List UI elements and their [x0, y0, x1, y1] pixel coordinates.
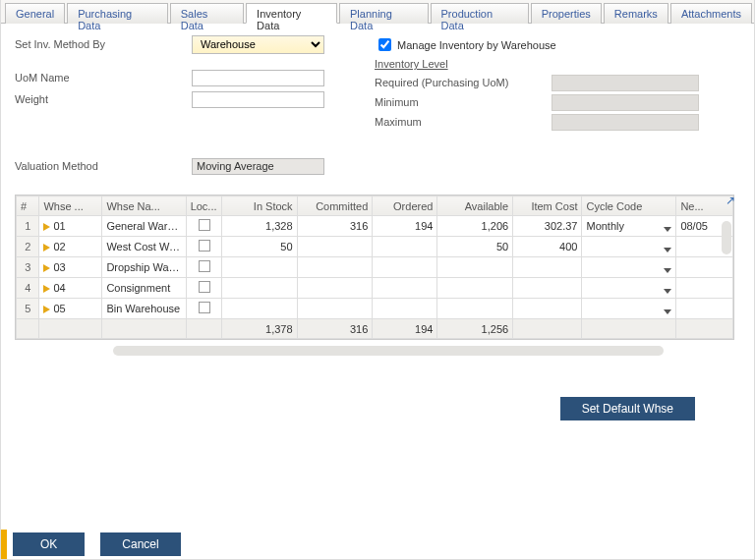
dropdown-arrow-icon[interactable] [664, 268, 671, 273]
tab-planning[interactable]: Planning Data [339, 3, 429, 24]
cell-next[interactable] [676, 299, 733, 319]
locked-checkbox[interactable] [199, 240, 210, 252]
col-available[interactable]: Available [437, 196, 513, 216]
uom-name-input[interactable] [192, 70, 324, 86]
cell-cost[interactable] [513, 278, 582, 299]
table-row[interactable]: 2 02West Cost Warehouse5050400 [17, 237, 733, 257]
cell-instock[interactable] [221, 257, 297, 278]
locked-checkbox[interactable] [199, 281, 210, 293]
link-arrow-icon[interactable] [43, 223, 50, 231]
cell-whse-code[interactable]: 04 [39, 278, 102, 299]
cell-locked[interactable] [186, 257, 221, 278]
cell-locked[interactable] [186, 216, 221, 237]
table-row[interactable]: 5 05Bin Warehouse [17, 299, 733, 319]
locked-checkbox[interactable] [199, 260, 210, 272]
cell-committed[interactable] [297, 299, 373, 319]
table-row[interactable]: 3 03Dropship Warehouse [17, 257, 733, 278]
col-item-cost[interactable]: Item Cost [513, 196, 582, 216]
cell-whse-code[interactable]: 03 [39, 257, 102, 278]
cell-available[interactable] [437, 299, 513, 319]
cell-locked[interactable] [186, 237, 221, 257]
cell-cost[interactable] [513, 257, 582, 278]
dropdown-arrow-icon[interactable] [664, 227, 671, 232]
cancel-button[interactable]: Cancel [100, 532, 180, 556]
cell-next[interactable] [676, 278, 733, 299]
tab-sales[interactable]: Sales Data [170, 3, 244, 24]
cell-next[interactable] [676, 257, 733, 278]
cell-available[interactable] [437, 257, 513, 278]
cell-instock[interactable]: 50 [221, 237, 297, 257]
cell-locked[interactable] [186, 278, 221, 299]
table-row[interactable]: 1 01General Warehouse1,3283161941,206302… [17, 216, 733, 237]
cell-whse-name[interactable]: Bin Warehouse [102, 299, 186, 319]
cell-committed[interactable] [297, 237, 373, 257]
cell-committed[interactable] [297, 278, 373, 299]
link-arrow-icon[interactable] [43, 244, 50, 252]
tab-remarks[interactable]: Remarks [604, 3, 668, 24]
grid-vertical-scrollbar[interactable] [722, 221, 731, 254]
cell-whse-code[interactable]: 05 [39, 299, 102, 319]
dropdown-arrow-icon[interactable] [664, 309, 671, 314]
col-whse-code[interactable]: Whse ... [39, 196, 102, 216]
cell-instock[interactable] [221, 278, 297, 299]
table-row[interactable]: 4 04Consignment [17, 278, 733, 299]
weight-input[interactable] [192, 91, 324, 108]
tab-inventory[interactable]: Inventory Data [246, 3, 337, 24]
dropdown-arrow-icon[interactable] [664, 248, 671, 252]
cell-cycle[interactable]: Monthly [582, 216, 676, 237]
cell-instock[interactable]: 1,328 [221, 216, 297, 237]
col-num[interactable]: # [17, 196, 39, 216]
required-label: Required (Purchasing UoM) [375, 77, 552, 88]
cell-available[interactable] [437, 278, 513, 299]
ok-button[interactable]: OK [13, 532, 85, 556]
cell-cycle[interactable] [582, 257, 676, 278]
cell-instock[interactable] [221, 299, 297, 319]
col-committed[interactable]: Committed [297, 196, 373, 216]
locked-checkbox[interactable] [199, 302, 210, 313]
expand-grid-icon[interactable]: ↗ [726, 194, 735, 207]
cell-ordered[interactable] [373, 237, 437, 257]
cell-ordered[interactable] [373, 257, 437, 278]
cell-locked[interactable] [186, 299, 221, 319]
grid-horizontal-scrollbar-track[interactable] [15, 346, 734, 356]
set-default-whse-button[interactable]: Set Default Whse [560, 397, 695, 420]
cell-cycle[interactable] [582, 299, 676, 319]
link-arrow-icon[interactable] [43, 264, 50, 272]
col-next[interactable]: Ne... [676, 196, 733, 216]
link-arrow-icon[interactable] [43, 306, 50, 313]
col-locked[interactable]: Loc... [186, 196, 221, 216]
cell-committed[interactable]: 316 [297, 216, 373, 237]
tab-general[interactable]: General [5, 3, 65, 24]
tab-attachments[interactable]: Attachments [670, 3, 752, 24]
cell-ordered[interactable] [373, 299, 437, 319]
cell-committed[interactable] [297, 257, 373, 278]
col-cycle-code[interactable]: Cycle Code [582, 196, 676, 216]
cell-cost[interactable]: 400 [513, 237, 582, 257]
cell-ordered[interactable]: 194 [373, 216, 437, 237]
col-ordered[interactable]: Ordered [373, 196, 437, 216]
cell-whse-code[interactable]: 01 [39, 216, 102, 237]
cell-cycle[interactable] [582, 237, 676, 257]
cell-cycle[interactable] [582, 278, 676, 299]
set-inv-method-select[interactable]: Warehouse [192, 35, 324, 54]
tab-purchasing[interactable]: Purchasing Data [67, 3, 168, 24]
cell-whse-name[interactable]: Consignment [102, 278, 186, 299]
cell-whse-name[interactable]: General Warehouse [102, 216, 186, 237]
cell-whse-name[interactable]: West Cost Warehouse [102, 237, 186, 257]
locked-checkbox[interactable] [199, 219, 210, 231]
cell-whse-name[interactable]: Dropship Warehouse [102, 257, 186, 278]
col-instock[interactable]: In Stock [221, 196, 297, 216]
col-whse-name[interactable]: Whse Na... [102, 196, 186, 216]
manage-by-warehouse-checkbox[interactable] [378, 38, 391, 51]
tab-production[interactable]: Production Data [431, 3, 529, 24]
cell-cost[interactable]: 302.37 [513, 216, 582, 237]
tab-properties[interactable]: Properties [531, 3, 602, 24]
cell-cost[interactable] [513, 299, 582, 319]
cell-available[interactable]: 1,206 [437, 216, 513, 237]
dropdown-arrow-icon[interactable] [664, 289, 671, 294]
link-arrow-icon[interactable] [43, 285, 50, 293]
grid-horizontal-scrollbar-thumb[interactable] [113, 346, 664, 356]
cell-whse-code[interactable]: 02 [39, 237, 102, 257]
cell-ordered[interactable] [373, 278, 437, 299]
cell-available[interactable]: 50 [437, 237, 513, 257]
